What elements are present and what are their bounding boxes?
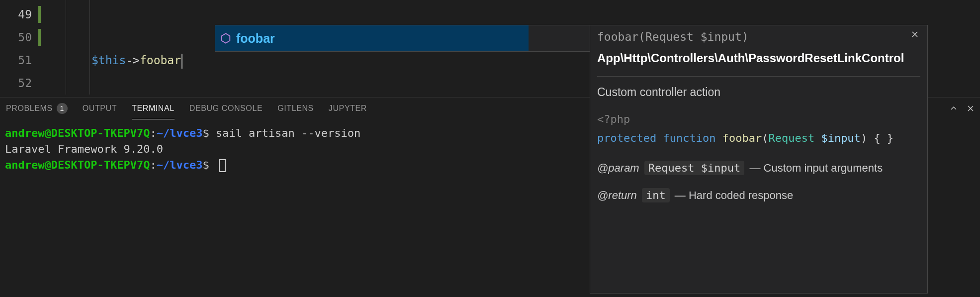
terminal-command: sail artisan --version: [216, 127, 360, 139]
line-number-gutter: 49 50 51 52: [0, 0, 42, 95]
method-icon: [220, 33, 231, 44]
terminal-user: andrew@DESKTOP-TKEPV7Q: [5, 159, 150, 171]
tab-terminal[interactable]: TERMINAL: [132, 98, 175, 119]
terminal-path: ~/lvce3: [157, 127, 203, 139]
maximize-panel-icon[interactable]: [947, 102, 960, 115]
tab-output[interactable]: OUTPUT: [83, 98, 117, 119]
problems-count-badge: 1: [57, 103, 68, 114]
close-icon[interactable]: [909, 30, 920, 41]
terminal-user: andrew@DESKTOP-TKEPV7Q: [5, 127, 150, 139]
line-number: 50: [0, 26, 42, 49]
token-arrow: ->: [126, 54, 140, 67]
token-member: foobar: [140, 54, 181, 67]
line-number: 52: [0, 72, 42, 95]
tab-debug-console[interactable]: DEBUG CONSOLE: [189, 98, 263, 119]
text-cursor: [181, 54, 182, 69]
close-panel-icon[interactable]: [964, 102, 977, 115]
doc-param-tag: @param Request $input — Custom input arg…: [597, 161, 920, 175]
autocomplete-label: foobar: [236, 31, 275, 46]
panel-action-bar: [947, 98, 977, 119]
tab-gitlens[interactable]: GITLENS: [277, 98, 314, 119]
tab-problems[interactable]: PROBLEMS 1: [6, 98, 68, 119]
tab-jupyter[interactable]: JUPYTER: [329, 98, 367, 119]
doc-signature: foobar(Request $input): [597, 30, 920, 43]
token-this: $this: [91, 54, 126, 67]
documentation-popup[interactable]: foobar(Request $input) App\Http\Controll…: [590, 25, 928, 294]
terminal-cursor: [219, 159, 226, 172]
param-badge: Request $input: [644, 161, 744, 175]
terminal-path: ~/lvce3: [157, 159, 203, 171]
divider: [597, 76, 920, 77]
line-number: 51: [0, 49, 42, 72]
return-badge: int: [642, 188, 670, 202]
doc-code-snippet: <?php protected function foobar(Request …: [597, 110, 920, 148]
doc-return-tag: @return int — Hard coded response: [597, 188, 920, 202]
doc-namespace: App\Http\Controllers\Auth\PasswordResetL…: [597, 51, 920, 65]
doc-description: Custom controller action: [597, 86, 920, 99]
line-number: 49: [0, 3, 42, 26]
autocomplete-item[interactable]: foobar: [215, 25, 529, 51]
